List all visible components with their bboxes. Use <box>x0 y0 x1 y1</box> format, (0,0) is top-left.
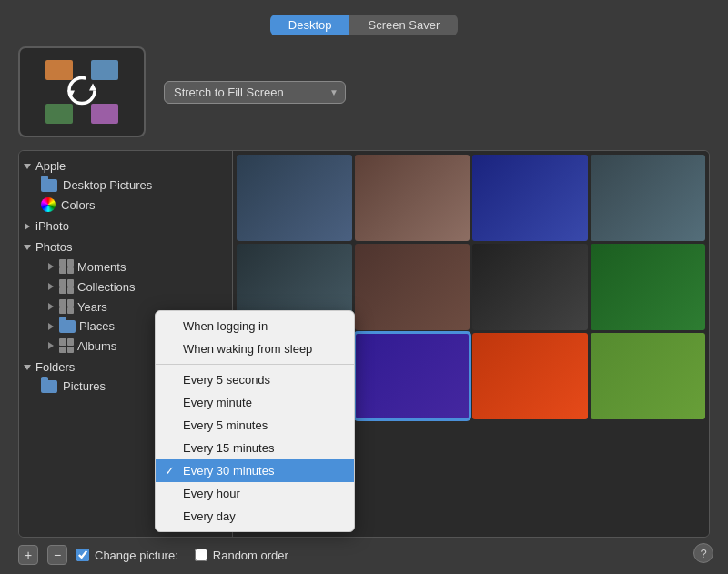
sidebar-years-label: Years <box>77 300 107 314</box>
menu-1min-label: Every minute <box>183 396 252 409</box>
grid-icon-moments <box>59 259 74 274</box>
sidebar-item-desktop-pictures[interactable]: Desktop Pictures <box>19 176 232 195</box>
tab-desktop[interactable]: Desktop <box>270 15 350 35</box>
triangle-icon-iphoto <box>25 223 30 230</box>
folder-icon-pictures <box>41 380 57 393</box>
sidebar-header-photos[interactable]: Photos <box>19 237 232 257</box>
menu-5min-label: Every 5 minutes <box>183 418 268 432</box>
checkmark-icon: ✓ <box>165 464 175 478</box>
menu-item-30min[interactable]: ✓ Every 30 minutes <box>156 459 354 482</box>
photo-thumb-3[interactable] <box>472 155 588 241</box>
random-order-checkbox[interactable] <box>195 549 207 561</box>
triangle-icon-years <box>48 303 54 310</box>
tab-bar: Desktop Screen Saver <box>0 0 728 46</box>
random-order-row: Random order <box>195 549 288 562</box>
menu-item-1day[interactable]: Every day <box>156 505 354 528</box>
preview-box <box>18 46 146 137</box>
random-order-label: Random order <box>213 549 288 562</box>
triangle-icon-apple <box>24 164 31 169</box>
triangle-icon-places <box>48 323 54 330</box>
sidebar-albums-label: Albums <box>77 339 116 353</box>
grid-icon-collections <box>59 279 74 294</box>
sidebar-moments-label: Moments <box>77 260 126 274</box>
triangle-icon-albums <box>48 342 54 349</box>
sidebar-item-colors[interactable]: Colors <box>19 195 232 215</box>
sidebar-photos-label: Photos <box>35 240 72 254</box>
sidebar-desktop-pictures-label: Desktop Pictures <box>63 178 152 192</box>
photo-thumb-1[interactable] <box>237 155 352 241</box>
remove-button[interactable]: − <box>47 545 67 565</box>
sidebar-places-label: Places <box>79 319 115 333</box>
split-panel: Apple Desktop Pictures Colors iPhoto <box>18 150 710 538</box>
menu-15min-label: Every 15 minutes <box>183 441 274 455</box>
svg-marker-1 <box>89 84 96 91</box>
tab-screensaver[interactable]: Screen Saver <box>349 15 458 35</box>
colors-icon <box>41 197 56 212</box>
add-button[interactable]: + <box>18 545 38 565</box>
grid-icon-albums <box>59 338 74 353</box>
change-picture-label: Change picture: <box>95 549 178 562</box>
menu-item-5min[interactable]: Every 5 minutes <box>156 414 354 437</box>
photo-thumb-12[interactable] <box>591 333 706 419</box>
sidebar-header-apple[interactable]: Apple <box>19 156 232 176</box>
sidebar-pictures-label: Pictures <box>63 379 106 393</box>
menu-logging-in-label: When logging in <box>183 319 268 333</box>
menu-1hour-label: Every hour <box>183 487 240 500</box>
menu-item-1min[interactable]: Every minute <box>156 391 354 414</box>
sidebar-folders-label: Folders <box>35 360 75 374</box>
folder-icon-desktop <box>41 179 57 192</box>
refresh-arrow-icon <box>64 73 100 112</box>
menu-30min-label: Every 30 minutes <box>183 464 274 478</box>
sidebar-section-iphoto: iPhoto <box>19 217 232 236</box>
menu-waking-label: When waking from sleep <box>183 342 312 356</box>
triangle-icon-photos <box>24 245 31 250</box>
sidebar-section-apple: Apple Desktop Pictures Colors <box>19 156 232 215</box>
photo-thumb-11[interactable] <box>472 333 588 419</box>
fill-mode-select[interactable]: Stretch to Fill Screen Fill Screen Fit t… <box>164 81 346 104</box>
main-content: Stretch to Fill Screen Fill Screen Fit t… <box>0 46 728 570</box>
change-picture-row: Change picture: <box>76 549 178 562</box>
menu-1day-label: Every day <box>183 509 236 523</box>
menu-item-1hour[interactable]: Every hour <box>156 482 354 505</box>
photo-thumb-8[interactable] <box>591 244 706 330</box>
sidebar-colors-label: Colors <box>61 198 96 212</box>
photo-thumb-2[interactable] <box>355 155 470 241</box>
menu-item-15min[interactable]: Every 15 minutes <box>156 437 354 459</box>
menu-divider-1 <box>156 364 354 365</box>
triangle-icon-moments <box>48 263 54 270</box>
bottom-bar: + − Change picture: Random order When lo… <box>18 538 710 570</box>
sidebar-item-moments[interactable]: Moments <box>19 257 232 277</box>
menu-item-5sec[interactable]: Every 5 seconds <box>156 368 354 391</box>
fill-mode-wrapper[interactable]: Stretch to Fill Screen Fill Screen Fit t… <box>164 81 346 104</box>
change-interval-menu: When logging in When waking from sleep E… <box>155 310 355 532</box>
top-section: Stretch to Fill Screen Fill Screen Fit t… <box>18 46 710 137</box>
photo-thumb-7[interactable] <box>472 244 588 330</box>
photo-thumb-4[interactable] <box>591 155 706 241</box>
menu-item-logging-in[interactable]: When logging in <box>156 315 354 337</box>
sidebar-apple-label: Apple <box>35 159 66 173</box>
menu-5sec-label: Every 5 seconds <box>183 373 270 387</box>
sidebar-collections-label: Collections <box>77 280 136 294</box>
sidebar-item-collections[interactable]: Collections <box>19 277 232 297</box>
change-picture-checkbox[interactable] <box>76 549 89 561</box>
sidebar-iphoto-label: iPhoto <box>35 219 69 233</box>
photo-thumb-10[interactable] <box>355 333 470 419</box>
help-button[interactable]: ? <box>693 543 713 563</box>
folder-icon-places <box>59 320 76 333</box>
controls-right: Stretch to Fill Screen Fill Screen Fit t… <box>164 81 346 104</box>
menu-item-waking[interactable]: When waking from sleep <box>156 337 354 360</box>
sidebar-header-iphoto[interactable]: iPhoto <box>19 217 232 236</box>
grid-icon-years <box>59 299 74 314</box>
triangle-icon-collections <box>48 283 54 290</box>
triangle-icon-folders <box>24 365 31 370</box>
preview-icon <box>46 60 118 124</box>
photo-thumb-6[interactable] <box>355 244 470 330</box>
